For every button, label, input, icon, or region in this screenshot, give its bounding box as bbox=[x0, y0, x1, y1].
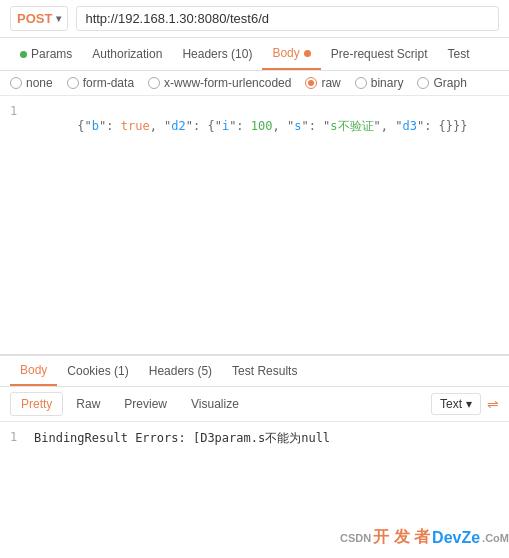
key-b: b bbox=[92, 119, 99, 133]
body-dot bbox=[304, 50, 311, 57]
view-pretty[interactable]: Pretty bbox=[10, 392, 63, 416]
tab-prerequest[interactable]: Pre-request Script bbox=[321, 39, 438, 69]
view-preview[interactable]: Preview bbox=[113, 392, 178, 416]
body-type-row: none form-data x-www-form-urlencoded raw… bbox=[0, 71, 509, 96]
val-s: s不验证 bbox=[330, 119, 373, 133]
view-row: Pretty Raw Preview Visualize Text ▾ ⇌ bbox=[0, 387, 509, 422]
radio-raw-circle bbox=[305, 77, 317, 89]
radio-form-data[interactable]: form-data bbox=[67, 76, 134, 90]
radio-none-circle bbox=[10, 77, 22, 89]
code-line-1: 1 {"b": true, "d2": {"i": 100, "s": "s不验… bbox=[0, 104, 509, 149]
radio-binary[interactable]: binary bbox=[355, 76, 404, 90]
method-label: POST bbox=[17, 11, 52, 26]
response-code: 1 BindingResult Errors: [D3param.s不能为nul… bbox=[0, 422, 509, 455]
resp-tab-headers[interactable]: Headers (5) bbox=[139, 357, 222, 385]
main-tabs: Params Authorization Headers (10) Body P… bbox=[0, 38, 509, 71]
line-num-1: 1 bbox=[10, 104, 34, 118]
radio-none[interactable]: none bbox=[10, 76, 53, 90]
val-100: 100 bbox=[251, 119, 273, 133]
resp-tab-testresults[interactable]: Test Results bbox=[222, 357, 307, 385]
radio-graphql-circle bbox=[417, 77, 429, 89]
open-brace: {" bbox=[77, 119, 91, 133]
tab-headers[interactable]: Headers (10) bbox=[172, 39, 262, 69]
radio-graphql[interactable]: Graph bbox=[417, 76, 466, 90]
val-true: true bbox=[121, 119, 150, 133]
resp-line-num-1: 1 bbox=[10, 430, 34, 444]
radio-raw[interactable]: raw bbox=[305, 76, 340, 90]
method-select[interactable]: POST ▾ bbox=[10, 6, 68, 31]
response-tabs: Body Cookies (1) Headers (5) Test Result… bbox=[0, 356, 509, 387]
view-visualize[interactable]: Visualize bbox=[180, 392, 250, 416]
method-chevron: ▾ bbox=[56, 13, 61, 24]
code-content-1: {"b": true, "d2": {"i": 100, "s": "s不验证"… bbox=[34, 104, 468, 149]
resp-tab-body[interactable]: Body bbox=[10, 356, 57, 386]
url-bar: POST ▾ bbox=[0, 0, 509, 38]
tab-params[interactable]: Params bbox=[10, 39, 82, 69]
watermark-devze: DevZe bbox=[432, 529, 480, 547]
view-raw[interactable]: Raw bbox=[65, 392, 111, 416]
tab-test[interactable]: Test bbox=[437, 39, 479, 69]
watermark-csdn: CSDN bbox=[340, 532, 371, 544]
radio-formdata-circle bbox=[67, 77, 79, 89]
key-d3: d3 bbox=[402, 119, 416, 133]
text-chevron: ▾ bbox=[466, 397, 472, 411]
url-input[interactable] bbox=[76, 6, 499, 31]
radio-urlencoded-circle bbox=[148, 77, 160, 89]
params-dot bbox=[20, 51, 27, 58]
watermark: CSDN 开 发 者 DevZe .CoM bbox=[340, 527, 509, 548]
radio-binary-circle bbox=[355, 77, 367, 89]
text-select[interactable]: Text ▾ bbox=[431, 393, 481, 415]
tab-authorization[interactable]: Authorization bbox=[82, 39, 172, 69]
watermark-dev: 开 发 者 bbox=[373, 527, 430, 548]
response-line-1: 1 BindingResult Errors: [D3param.s不能为nul… bbox=[0, 430, 509, 447]
resp-tab-cookies[interactable]: Cookies (1) bbox=[57, 357, 138, 385]
key-d2: d2 bbox=[171, 119, 185, 133]
radio-urlencoded[interactable]: x-www-form-urlencoded bbox=[148, 76, 291, 90]
text-select-wrapper: Text ▾ ⇌ bbox=[431, 393, 499, 415]
tab-body[interactable]: Body bbox=[262, 38, 320, 70]
filter-icon[interactable]: ⇌ bbox=[487, 396, 499, 412]
code-editor[interactable]: 1 {"b": true, "d2": {"i": 100, "s": "s不验… bbox=[0, 96, 509, 356]
resp-content-1: BindingResult Errors: [D3param.s不能为null bbox=[34, 430, 330, 447]
watermark-com: .CoM bbox=[482, 532, 509, 544]
